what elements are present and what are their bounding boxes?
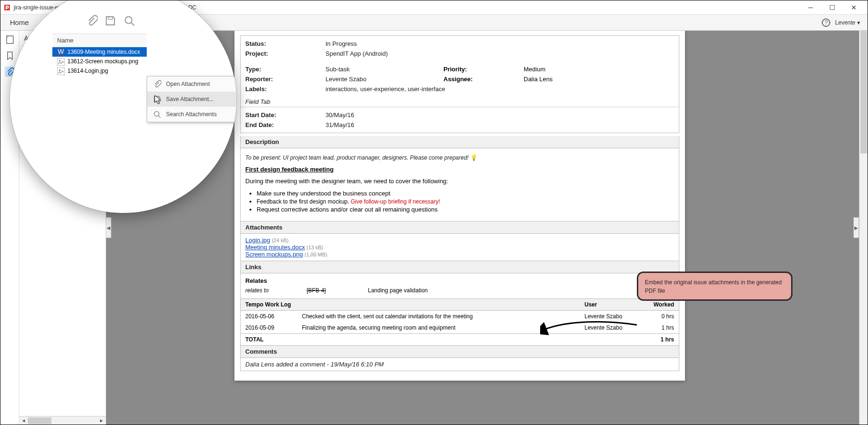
- label: Project:: [245, 50, 326, 57]
- svg-point-15: [59, 60, 60, 61]
- save-attachment-icon[interactable]: [104, 15, 117, 27]
- attachments-list: W 13609-Meeting minutes.docx 13612-Scree…: [52, 47, 147, 76]
- jpg-icon: [57, 68, 64, 74]
- callout-text: Embed the original issue attachments in …: [645, 279, 782, 294]
- ctx-label: Search Attachments: [166, 111, 217, 118]
- section-header: Attachments: [241, 221, 679, 234]
- label: Start Date:: [245, 111, 326, 119]
- ctx-open-attachment[interactable]: Open Attachment: [147, 76, 236, 92]
- minimize-button[interactable]: ─: [800, 1, 821, 14]
- value: Dalia Lens: [524, 76, 674, 83]
- description-intro: To be present: UI project team lead, pro…: [245, 154, 674, 161]
- field-tab-label: Field Tab: [241, 97, 679, 107]
- tools-expand-handle[interactable]: ▶: [853, 217, 859, 238]
- user-menu[interactable]: Levente ▾: [835, 19, 860, 26]
- value: In Progress: [326, 40, 674, 47]
- callout-arrow: [540, 315, 644, 344]
- list-item: Feedback to the first design mockup. Giv…: [257, 197, 674, 205]
- svg-point-19: [154, 111, 159, 116]
- description-paragraph: During the meeting with the designer tea…: [245, 178, 674, 185]
- scroll-right-icon[interactable]: ►: [97, 417, 106, 425]
- vertical-scrollbar[interactable]: [859, 31, 868, 425]
- description-heading: First design feedback meeting: [245, 166, 674, 173]
- link-relation: relates to: [245, 287, 307, 294]
- value: Medium: [524, 66, 674, 73]
- attachment-row: Screen mockups.png (1,00 MB): [245, 251, 674, 258]
- label: Assignee:: [443, 76, 524, 83]
- chevron-down-icon: ▾: [857, 19, 860, 26]
- worklog-date: 2016-05-06: [245, 313, 302, 320]
- panel-collapse-handle[interactable]: ◀: [106, 217, 111, 238]
- value: Levente Szabo: [326, 76, 443, 83]
- attachment-size: (24 kB): [272, 238, 288, 243]
- col-worked: Worked: [636, 301, 674, 308]
- acrobat-icon: [3, 4, 11, 11]
- label: Priority:: [443, 66, 524, 73]
- attachment-row: Login.jpg (24 kB): [245, 237, 674, 244]
- value: SpendIT App (Android): [326, 50, 674, 57]
- attachment-link[interactable]: Login.jpg: [245, 237, 270, 244]
- help-icon[interactable]: ?: [822, 18, 830, 27]
- attachment-item[interactable]: 13612-Screen mockups.png: [52, 57, 147, 66]
- attachment-size: (13 kB): [307, 245, 323, 250]
- attachment-link[interactable]: Meeting minutes.docx: [245, 244, 305, 251]
- bookmark-icon[interactable]: [5, 51, 15, 61]
- svg-rect-14: [57, 58, 65, 66]
- list-item: Make sure they understood the business c…: [257, 189, 674, 197]
- attachment-link[interactable]: Screen mockups.png: [245, 251, 303, 258]
- ctx-label: Open Attachment: [166, 81, 210, 87]
- search-attachment-icon[interactable]: [123, 15, 135, 27]
- details-section: Type: Sub-task Priority: Medium Reporter…: [240, 61, 679, 97]
- value: 30/May/16: [326, 111, 674, 119]
- window-controls: ─ ☐ ✕: [800, 1, 865, 14]
- label: Type:: [245, 66, 326, 73]
- home-tab[interactable]: Home: [3, 15, 35, 30]
- links-relates-header: Relates: [245, 276, 674, 285]
- search-icon: [153, 110, 161, 119]
- worklog-header: Tempo Work Log User Worked: [241, 299, 679, 311]
- cursor-icon: [154, 95, 162, 104]
- panel-h-scrollbar[interactable]: ◄ ►: [19, 416, 106, 425]
- open-attachment-icon[interactable]: [85, 15, 98, 27]
- user-name: Levente: [835, 19, 855, 26]
- attachment-row: Meeting minutes.docx (13 kB): [245, 244, 674, 251]
- fieldtab-section: Field Tab Start Date:30/May/16 End Date:…: [240, 97, 679, 133]
- svg-text:W: W: [58, 49, 64, 55]
- worklog-date: 2016-05-09: [245, 324, 302, 331]
- scrollbar-thumb[interactable]: [860, 31, 867, 153]
- attachment-item[interactable]: 13614-Login.jpg: [52, 66, 147, 76]
- column-name[interactable]: Name: [52, 34, 147, 47]
- open-icon: [153, 80, 161, 88]
- attachments-section: Attachments Login.jpg (24 kB) Meeting mi…: [240, 221, 679, 261]
- section-header: Comments: [241, 346, 679, 358]
- attachment-name: 13614-Login.jpg: [67, 68, 108, 74]
- png-icon: [57, 58, 64, 65]
- svg-rect-16: [57, 68, 65, 75]
- link-summary: Landing page validation: [368, 287, 636, 294]
- maximize-button[interactable]: ☐: [821, 1, 843, 14]
- list-item: Request corrective actions and/or clear …: [257, 205, 674, 213]
- label: Labels:: [245, 85, 326, 93]
- thumbnails-icon[interactable]: [5, 34, 15, 45]
- section-header: Links: [241, 261, 679, 273]
- bulb-icon: 💡: [470, 154, 477, 161]
- docx-icon: W: [57, 49, 64, 55]
- attachment-item[interactable]: W 13609-Meeting minutes.docx: [52, 47, 147, 57]
- value: Sub-task: [326, 66, 443, 73]
- ctx-search-attachments[interactable]: Search Attachments: [147, 107, 236, 122]
- scrollbar-thumb[interactable]: [28, 417, 51, 424]
- attachment-size: (1,00 MB): [304, 252, 327, 257]
- close-button[interactable]: ✕: [843, 1, 865, 14]
- scroll-left-icon[interactable]: ◄: [19, 417, 28, 425]
- label: End Date:: [245, 121, 326, 128]
- links-section: Links Relates relates to [BFB-4] Landing…: [240, 261, 679, 299]
- section-header: Description: [241, 136, 679, 148]
- label: Reporter:: [245, 76, 326, 83]
- col-user: User: [584, 301, 636, 308]
- ctx-label: Save Attachment...: [166, 96, 214, 102]
- attachment-name: 13609-Meeting minutes.docx: [67, 49, 140, 55]
- status-section: Status:In Progress Project:SpendIT App (…: [240, 35, 679, 61]
- worklog-title: Tempo Work Log: [245, 301, 302, 308]
- description-section: Description To be present: UI project te…: [240, 136, 679, 221]
- value: 31/May/16: [326, 121, 674, 128]
